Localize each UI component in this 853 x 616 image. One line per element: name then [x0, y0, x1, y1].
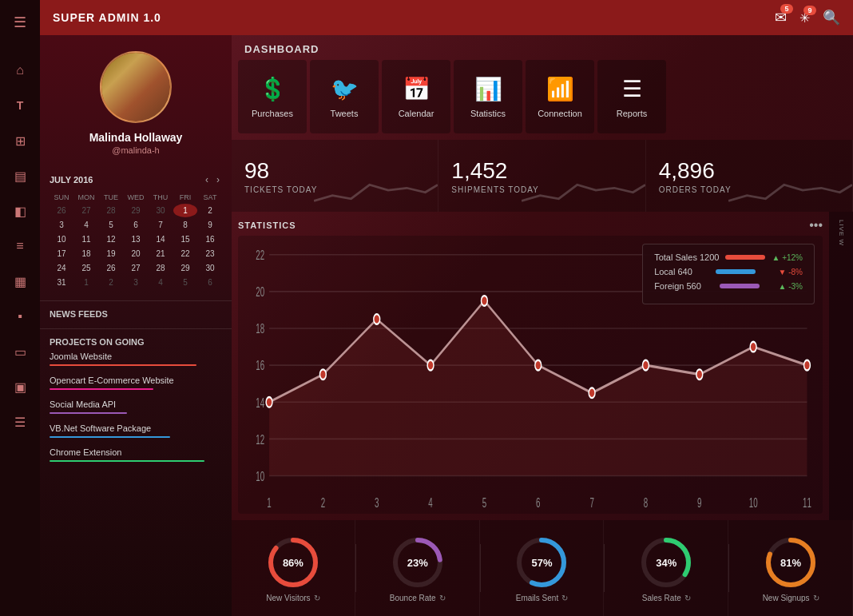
svg-point-32: [589, 387, 595, 398]
calendar-day[interactable]: 10: [50, 232, 73, 246]
svg-text:6: 6: [536, 496, 540, 511]
calendar-day[interactable]: 4: [149, 276, 173, 289]
project-item[interactable]: VB.Net Software Package: [50, 423, 222, 438]
calendar-day[interactable]: 13: [124, 232, 148, 246]
gauge-refresh-icon[interactable]: ↻: [314, 594, 320, 602]
calendar-sidebar-icon[interactable]: ▦: [6, 267, 34, 296]
search-button[interactable]: 🔍: [823, 9, 840, 26]
calendar-day[interactable]: 30: [149, 204, 173, 217]
gauge-refresh-icon[interactable]: ↻: [684, 594, 691, 602]
gauge-label-text: New Visitors: [266, 594, 310, 602]
calendar-day[interactable]: 15: [173, 232, 197, 246]
calendar-day[interactable]: 27: [74, 204, 98, 217]
calendar-day[interactable]: 7: [149, 218, 173, 232]
gauge-circle: 34%: [638, 535, 694, 590]
stat-card: 1,452 SHIPMENTS TODAY: [438, 140, 645, 212]
calendar-day[interactable]: 5: [173, 276, 197, 289]
calendar-day[interactable]: 27: [124, 261, 148, 275]
connection-btn[interactable]: 📶 Connection: [526, 60, 594, 133]
svg-text:7: 7: [589, 496, 593, 511]
calendar-day[interactable]: 28: [99, 204, 123, 217]
calendar-month-year: JULY 2016: [50, 175, 93, 185]
calendar-day[interactable]: 21: [149, 247, 173, 260]
project-item[interactable]: Opencart E-Commerce Website: [50, 376, 222, 390]
calendar-day[interactable]: 9: [198, 218, 222, 232]
hamburger-menu-icon[interactable]: ☰: [6, 8, 34, 37]
svg-text:16: 16: [256, 359, 264, 373]
calendar-day[interactable]: 25: [74, 261, 98, 275]
statistics-btn[interactable]: 📊 Statistics: [454, 60, 522, 133]
calendar-day[interactable]: 3: [124, 276, 148, 289]
calendar-day-header: WED: [124, 192, 148, 203]
calendar-day[interactable]: 17: [50, 247, 73, 260]
tweets-btn[interactable]: 🐦 Tweets: [310, 60, 379, 133]
calendar-day[interactable]: 20: [124, 247, 148, 260]
document-icon[interactable]: ◧: [6, 197, 34, 225]
calendar-day[interactable]: 16: [198, 232, 222, 246]
calendar-day[interactable]: 14: [149, 232, 173, 246]
calendar-day[interactable]: 26: [50, 204, 73, 217]
reports-btn-icon: ☰: [622, 76, 642, 102]
svg-text:10: 10: [256, 469, 264, 483]
calendar-day[interactable]: 4: [74, 218, 98, 232]
calendar-day[interactable]: 1: [173, 204, 197, 217]
calendar-day[interactable]: 23: [198, 247, 222, 260]
stat-card: 98 TICKETS TODAY: [232, 140, 438, 212]
calendar-day[interactable]: 26: [99, 261, 123, 275]
calendar-day[interactable]: 2: [99, 276, 123, 289]
gauge-refresh-icon[interactable]: ↻: [561, 594, 568, 602]
project-item[interactable]: Joomla Website: [50, 352, 222, 366]
calendar-next-button[interactable]: ›: [214, 174, 222, 185]
calendar-day[interactable]: 18: [74, 247, 98, 260]
calendar-day[interactable]: 12: [99, 232, 123, 246]
projects-section: Joomla WebsiteOpencart E-Commerce Websit…: [40, 352, 232, 462]
tooltip-bar: [716, 269, 756, 274]
layout-icon[interactable]: ▤: [6, 161, 34, 190]
calendar-day[interactable]: 30: [198, 261, 222, 275]
calendar-prev-button[interactable]: ‹: [203, 174, 211, 185]
gauge-circle: 57%: [514, 535, 569, 590]
gauge-label: New Signups ↻: [763, 594, 819, 602]
gauge-refresh-icon[interactable]: ↻: [813, 594, 819, 602]
svg-text:2: 2: [321, 496, 325, 511]
calendar-day[interactable]: 31: [50, 276, 73, 289]
calendar-day[interactable]: 5: [99, 218, 123, 232]
calendar-day[interactable]: 3: [50, 218, 73, 232]
calendar-day[interactable]: 6: [124, 218, 148, 232]
calendar-day[interactable]: 29: [124, 204, 148, 217]
calendar-day[interactable]: 19: [99, 247, 123, 260]
list-icon[interactable]: ≡: [6, 232, 34, 260]
calendar-day[interactable]: 8: [173, 218, 197, 232]
alerts-button[interactable]: ✳ 9: [799, 10, 810, 26]
gauge-circle: 81%: [763, 535, 819, 590]
calendar-day[interactable]: 2: [198, 204, 222, 217]
grid-icon[interactable]: ⊞: [6, 126, 34, 155]
gauge-value: 57%: [531, 556, 552, 568]
calendar-btn[interactable]: 📅 Calendar: [382, 60, 450, 133]
project-item[interactable]: Social Media API: [50, 399, 222, 414]
chart-icon[interactable]: ▪: [6, 302, 34, 331]
chart-more-button[interactable]: •••: [809, 218, 823, 232]
calendar-day[interactable]: 11: [74, 232, 98, 246]
calendar-day[interactable]: 24: [50, 261, 73, 275]
purchases-btn[interactable]: 💲 Purchases: [238, 60, 307, 133]
calendar-day[interactable]: 28: [149, 261, 173, 275]
menu-icon[interactable]: ☰: [6, 407, 34, 436]
reports-btn-label: Reports: [617, 109, 648, 118]
schedule-icon[interactable]: ▣: [6, 372, 34, 401]
svg-text:14: 14: [256, 395, 264, 410]
project-progress-bar: [50, 412, 127, 414]
calendar-day[interactable]: 1: [74, 276, 98, 289]
calendar-day[interactable]: 6: [198, 276, 222, 289]
gauge-refresh-icon[interactable]: ↻: [439, 594, 446, 602]
text-icon[interactable]: T: [6, 91, 34, 120]
svg-text:1: 1: [267, 496, 271, 511]
reports-btn[interactable]: ☰ Reports: [597, 60, 666, 133]
calendar-day[interactable]: 22: [173, 247, 197, 260]
calendar-day[interactable]: 29: [173, 261, 197, 275]
project-item[interactable]: Chrome Extension: [50, 447, 222, 462]
calendar-day-header: TUE: [99, 192, 123, 203]
home-icon[interactable]: ⌂: [6, 56, 34, 85]
folder-icon[interactable]: ▭: [6, 337, 34, 366]
mail-button[interactable]: ✉ 5: [775, 9, 787, 26]
